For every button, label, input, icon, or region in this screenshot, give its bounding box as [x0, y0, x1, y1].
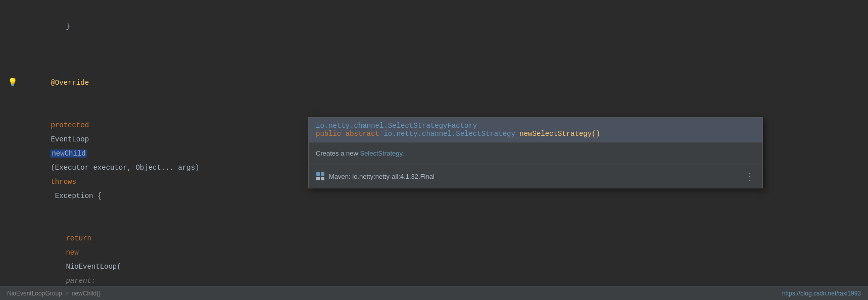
- gutter-override: 💡: [5, 76, 20, 90]
- status-bar: NioEventLoopGroup > newChild() https://b…: [0, 286, 868, 300]
- params-text: (Executor executor, Object... args): [51, 164, 203, 172]
- kw-throws: throws: [51, 178, 76, 186]
- tooltip-desc-link: SelectStrategy: [360, 149, 402, 157]
- status-url: https://blog.csdn.net/taxi1993: [782, 290, 861, 297]
- tooltip-return-type: io.netty.channel.SelectStrategy: [383, 130, 515, 138]
- tooltip-method-name: newSelectStrategy(): [519, 130, 600, 138]
- kw-new: new: [66, 248, 83, 257]
- brace-close: }: [66, 22, 70, 30]
- svg-rect-3: [321, 177, 324, 180]
- exception-text: Exception {: [51, 192, 102, 200]
- maven-icon: [316, 172, 325, 181]
- kw-return: return: [66, 234, 95, 242]
- code-line-1: }: [0, 5, 868, 47]
- annotation-override: @Override: [51, 79, 89, 87]
- tooltip-desc-suffix: .: [402, 149, 404, 157]
- svg-rect-0: [316, 172, 320, 176]
- url-text: https://blog.csdn.net/taxi1993: [782, 290, 861, 297]
- bulb-icon[interactable]: 💡: [8, 76, 18, 90]
- tooltip-desc-prefix: Creates a new: [316, 149, 360, 157]
- maven-info: Maven: io.netty:netty-all:4.1.32.Final: [316, 172, 435, 181]
- tooltip-body: Creates a new SelectStrategy.: [309, 142, 762, 165]
- tooltip-footer: Maven: io.netty:netty-all:4.1.32.Final ⋮: [309, 165, 762, 188]
- tooltip-header: io.netty.channel.SelectStrategyFactory p…: [309, 118, 762, 142]
- breadcrumb-separator: >: [65, 290, 69, 297]
- method-newchild-highlight: newChild: [51, 149, 86, 158]
- code-content-blank: [20, 47, 858, 62]
- param-hint-parent: parent:: [66, 277, 100, 285]
- tooltip-class-name: io.netty.channel.SelectStrategyFactory: [316, 122, 755, 130]
- breadcrumb-class: NioEventLoopGroup: [7, 290, 62, 297]
- code-content-1: }: [20, 5, 858, 47]
- breadcrumb-method: newChild(): [72, 290, 101, 297]
- maven-label: Maven: io.netty:netty-all:4.1.32.Final: [329, 173, 435, 180]
- code-content-override: @Override: [20, 62, 858, 104]
- more-options-button[interactable]: ⋮: [745, 170, 755, 183]
- nioeventloop: NioEventLoop(: [66, 263, 125, 271]
- code-line-override: 💡 @Override: [0, 62, 868, 104]
- tooltip-kw-public: public abstract: [316, 130, 383, 138]
- svg-rect-1: [321, 172, 324, 176]
- svg-rect-2: [316, 177, 320, 180]
- class-eventloop: EventLoop: [51, 135, 93, 143]
- code-line-blank: [0, 47, 868, 62]
- breadcrumb: NioEventLoopGroup > newChild(): [7, 290, 101, 297]
- tooltip-method-sig: public abstract io.netty.channel.SelectS…: [316, 130, 755, 138]
- tooltip-popup: io.netty.channel.SelectStrategyFactory p…: [308, 117, 763, 188]
- kw-protected: protected: [51, 121, 93, 129]
